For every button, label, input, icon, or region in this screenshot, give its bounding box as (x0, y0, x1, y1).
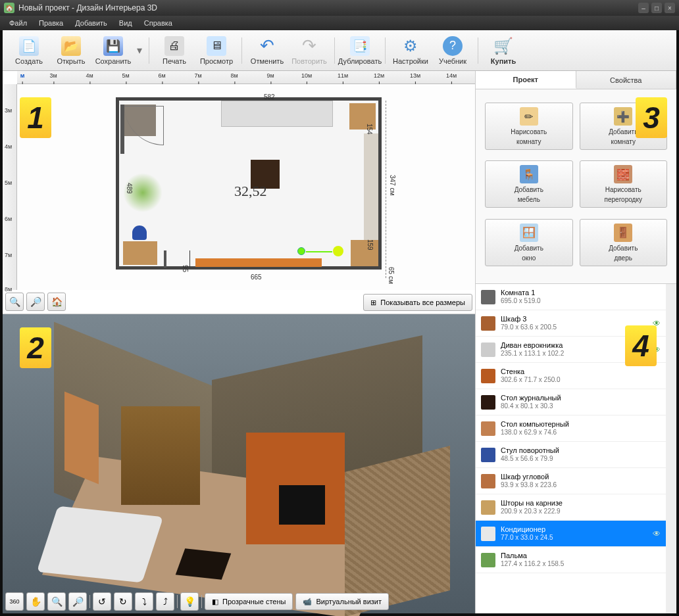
print-button[interactable]: 🖨Печать (153, 32, 195, 69)
virtual-visit-button[interactable]: 📹 Виртуальный визит (295, 593, 389, 610)
dimension-line (386, 101, 386, 278)
wall-icon: ◧ (212, 598, 218, 606)
overlay-marker-2: 2 (20, 327, 51, 368)
disk-icon: 💾 (103, 36, 123, 56)
tab-project[interactable]: Проект (476, 71, 576, 89)
menu-edit[interactable]: Правка (34, 18, 68, 28)
sofa-3d (37, 506, 163, 583)
plan-chair[interactable] (132, 225, 147, 240)
light-button[interactable]: 💡 (180, 592, 199, 611)
dimension-label: 665 (251, 273, 262, 281)
toolbar-separator (149, 37, 149, 64)
resize-handle[interactable] (333, 246, 343, 256)
room-area-label: 32,52 (234, 183, 267, 200)
dimension-label: 95 (182, 265, 189, 272)
door-icon: 🚪 (614, 224, 632, 242)
rotate-left-button[interactable]: ↺ (93, 592, 111, 611)
plan-door[interactable] (120, 105, 124, 154)
floor-plan-canvas[interactable]: 582 347 см 154 489 665 95 159 65 см 32,5… (17, 84, 475, 290)
room-icon (481, 290, 495, 304)
settings-button[interactable]: ⚙Настройки (390, 32, 432, 69)
rotate-icon: 360 (9, 598, 19, 605)
undo-button[interactable]: ↶Отменить (246, 32, 288, 69)
rotate-down-button[interactable]: ⤵ (135, 592, 153, 611)
list-item[interactable]: Стол журнальный80.4 x 80.1 x 30.3 (476, 389, 666, 415)
rotate-right-button[interactable]: ↻ (114, 592, 132, 611)
view-3d-canvas[interactable] (3, 314, 475, 590)
overlay-marker-3: 3 (636, 97, 667, 138)
table-icon (481, 395, 495, 410)
plan-controls: 🔍 🔎 🏠 (5, 293, 66, 311)
view-3d-controls: 360 ✋ 🔍 🔎 ↺ ↻ ⤵ ⤴ 💡 ◧ (5, 592, 472, 611)
menu-file[interactable]: Файл (4, 18, 32, 28)
dropdown-arrow-icon[interactable]: ▾ (134, 44, 145, 57)
chair-icon (481, 448, 495, 462)
menu-view[interactable]: Вид (114, 18, 138, 28)
grid-icon: ⊞ (370, 298, 376, 307)
draw-partition-button[interactable]: 🧱Нарисоватьперегородку (580, 160, 668, 208)
create-button[interactable]: 📄Создать (8, 32, 50, 69)
dimension-label: 154 (366, 124, 373, 135)
maximize-button[interactable]: □ (651, 3, 662, 13)
open-button[interactable]: 📂Открыть (50, 32, 92, 69)
list-item[interactable]: Стул поворотный48.5 x 56.6 x 79.9 (476, 442, 666, 468)
close-button[interactable]: × (665, 3, 675, 13)
add-window-button[interactable]: 🪟Добавитьокно (485, 219, 573, 266)
toolbar-separator (478, 37, 478, 64)
add-door-button[interactable]: 🚪Добавитьдверь (580, 219, 668, 266)
rotate-up-icon: ⤴ (163, 596, 168, 607)
tutorial-button[interactable]: ?Учебник (432, 32, 474, 69)
list-item[interactable]: Стол компьютерный138.0 x 62.9 x 74.6 (476, 415, 666, 442)
save-button[interactable]: 💾Сохранить (92, 32, 134, 69)
curtain-icon (481, 500, 495, 515)
dimension-label: 347 см (389, 175, 396, 195)
draw-room-button[interactable]: ✏Нарисоватькомнату (485, 103, 573, 150)
list-item[interactable]: Пальма127.4 x 116.2 x 158.5 (476, 547, 666, 573)
preview-button[interactable]: 🖥Просмотр (195, 32, 238, 69)
rotate-up-button[interactable]: ⤴ (156, 592, 174, 611)
plan-furniture[interactable] (351, 240, 378, 266)
resize-handle[interactable] (297, 247, 305, 255)
add-furniture-button[interactable]: 🪑Добавитьмебель (485, 160, 573, 208)
toolbar-separator (334, 37, 335, 64)
pencil-icon: ✏ (520, 107, 538, 126)
show-sizes-toggle[interactable]: ⊞ Показывать все размеры (363, 294, 472, 311)
wardrobe-3d (64, 391, 99, 484)
zoom-out-3d-button[interactable]: 🔍 (47, 592, 66, 611)
scrollbar[interactable] (666, 284, 676, 613)
toolbar-separator (241, 37, 242, 64)
minimize-button[interactable]: – (638, 3, 649, 13)
rotate-360-button[interactable]: 360 (5, 592, 24, 611)
list-item[interactable]: Шкаф угловой93.9 x 93.8 x 223.6 (476, 468, 666, 494)
home-button[interactable]: 🏠 (47, 293, 66, 311)
plan-furniture[interactable] (195, 258, 322, 267)
brick-icon: 🧱 (614, 165, 632, 183)
zoom-out-button[interactable]: 🔍 (5, 293, 24, 311)
dimension-label: 159 (366, 239, 374, 250)
workspace: м 3м 4м 5м 6м 7м 8м 9м 10м 11м 12м 13м 1… (3, 71, 676, 613)
list-item-selected[interactable]: Кондиционер77.0 x 33.0 x 24.5👁 (476, 521, 666, 547)
window-icon: 🪟 (520, 224, 538, 242)
menu-add[interactable]: Добавить (70, 18, 113, 28)
folder-icon: 📂 (61, 36, 81, 56)
redo-button[interactable]: ↷Повторить (288, 32, 330, 69)
buy-button[interactable]: 🛒Купить (482, 32, 524, 69)
duplicate-button[interactable]: 📑Дублировать (339, 32, 381, 69)
table-3d (176, 548, 232, 579)
zoom-in-button[interactable]: 🔎 (26, 293, 45, 311)
menu-help[interactable]: Справка (139, 18, 178, 28)
pan-button[interactable]: ✋ (26, 592, 45, 611)
menubar: Файл Правка Добавить Вид Справка (0, 16, 679, 30)
list-item[interactable]: Шторы на карнизе200.9 x 20.3 x 222.9 (476, 494, 666, 521)
main-toolbar: 📄Создать 📂Открыть 💾Сохранить ▾ 🖨Печать 🖥… (3, 30, 676, 71)
list-item[interactable]: Стенка302.6 x 71.7 x 250.0 (476, 363, 666, 389)
transparent-walls-toggle[interactable]: ◧ Прозрачные стены (205, 593, 293, 610)
eye-icon[interactable]: 👁 (653, 529, 661, 538)
tab-properties[interactable]: Свойства (576, 71, 677, 89)
plan-furniture[interactable] (123, 241, 157, 265)
zoom-in-3d-button[interactable]: 🔎 (68, 592, 87, 611)
view-3d-area: 360 ✋ 🔍 🔎 ↺ ↻ ⤵ ⤴ 💡 ◧ (3, 314, 475, 613)
dimension-label: 65 см (388, 267, 395, 284)
list-item[interactable]: Комната 1695.0 x 519.0 (476, 284, 666, 310)
plan-furniture[interactable] (221, 101, 333, 127)
